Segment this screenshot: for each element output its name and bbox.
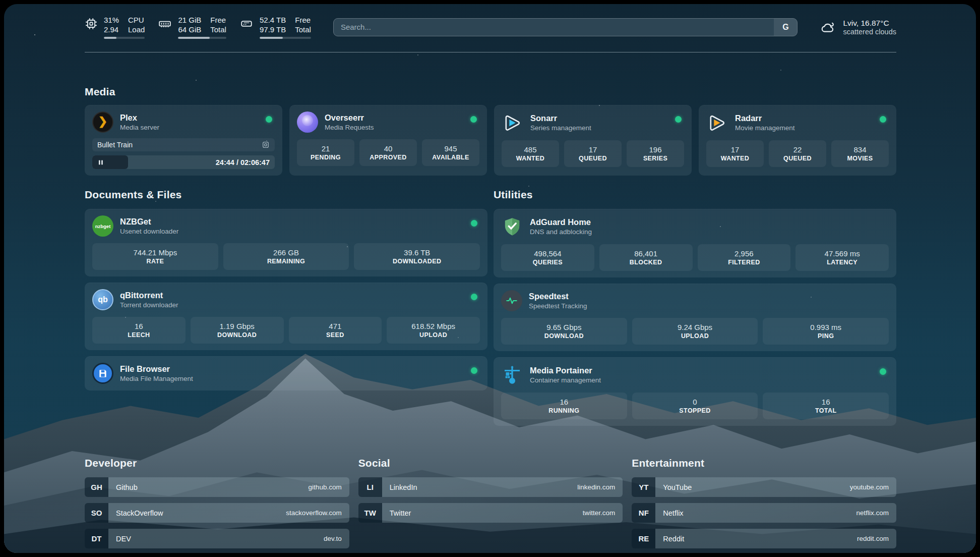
filebrowser-icon — [92, 363, 113, 384]
stat-box: 618.52 MbpsUPLOAD — [387, 317, 480, 344]
stat-value: 39.6 TB — [404, 248, 430, 257]
link-twitter[interactable]: TW Twitter twitter.com — [358, 503, 623, 523]
search-engine-button[interactable]: G — [774, 19, 797, 36]
plex-player-bar[interactable]: 24:44 / 02:06:47 — [92, 155, 275, 169]
link-url: linkedin.com — [577, 483, 615, 491]
stat-value: 22 — [793, 145, 802, 154]
stat-value: 16 — [560, 397, 568, 407]
app-card-qbittorrent[interactable]: qb qBittorrent Torrent downloader 16LEEC… — [85, 283, 487, 350]
snow-specks — [34, 34, 35, 35]
stat-label: FILTERED — [728, 258, 760, 267]
stat-value: 471 — [329, 321, 341, 331]
link-url: github.com — [309, 483, 342, 491]
social-section: Social LI LinkedIn linkedin.com TW Twitt… — [358, 457, 623, 523]
stat-box: 744.21 MbpsRATE — [92, 243, 218, 270]
app-card-plex[interactable]: ❯ Plex Media server Bullet Train — [85, 105, 282, 176]
stat-label: PING — [818, 332, 834, 341]
link-youtube[interactable]: YT YouTube youtube.com — [632, 477, 896, 497]
link-name: YouTube — [663, 483, 692, 491]
stat-value: 17 — [731, 145, 740, 154]
link-abbr: LI — [358, 477, 382, 497]
app-name: Speedtest — [529, 291, 587, 302]
link-name: Twitter — [390, 509, 411, 517]
link-stackoverflow[interactable]: SO StackOverflow stackoverflow.com — [85, 503, 349, 523]
stat-box: 16TOTAL — [763, 393, 889, 419]
plex-progress-fill — [92, 155, 128, 169]
app-card-portainer[interactable]: Media Portainer Container management 16R… — [494, 357, 896, 426]
plex-icon: ❯ — [92, 112, 113, 133]
app-card-radarr[interactable]: Radarr Movie management 17WANTED 22QUEUE… — [699, 105, 896, 176]
app-subtitle: Torrent downloader — [120, 301, 178, 310]
status-dot — [470, 116, 477, 123]
stat-value: 0.993 ms — [810, 322, 841, 332]
stat-box: 21PENDING — [297, 139, 354, 166]
stat-value: 16 — [822, 397, 830, 407]
stat-label: TOTAL — [815, 407, 837, 415]
ram-label-bottom: Total — [210, 25, 226, 34]
stat-label: WANTED — [721, 154, 750, 163]
ram-free: 21 GiB — [178, 15, 201, 25]
stat-box: 1.19 GbpsDOWNLOAD — [191, 317, 284, 344]
top-bar: 31% 2.94 CPU Load — [85, 15, 896, 39]
radarr-icon — [706, 112, 728, 134]
stat-box: 40APPROVED — [359, 139, 417, 166]
ram-icon — [158, 17, 172, 30]
app-card-filebrowser[interactable]: File Browser Media File Management — [85, 356, 487, 391]
stat-label: STOPPED — [679, 407, 710, 415]
stat-box: 17WANTED — [706, 140, 764, 167]
memory-monitor: 21 GiB 64 GiB Free Total — [158, 15, 226, 39]
stat-box: 266 GBREMAINING — [223, 243, 349, 270]
stat-label: WANTED — [516, 154, 545, 163]
search-input[interactable] — [334, 19, 774, 36]
app-card-speedtest[interactable]: Speedtest Speedtest Tracking 9.65 GbpsDO… — [494, 284, 896, 351]
stat-value: 618.52 Mbps — [411, 321, 455, 331]
link-netflix[interactable]: NF Netflix netflix.com — [632, 503, 896, 523]
storage-total: 97.9 TB — [260, 25, 286, 34]
status-dot — [675, 116, 682, 123]
stat-value: 9.24 Gbps — [678, 322, 712, 332]
stat-box: 16RUNNING — [501, 393, 627, 419]
weather-widget[interactable]: Lviv, 16.87°C scattered clouds — [819, 19, 896, 36]
stat-label: SERIES — [643, 154, 667, 163]
stat-label: DOWNLOADED — [393, 257, 441, 266]
stat-label: SEED — [326, 331, 344, 340]
media-type-icon — [262, 141, 270, 149]
storage-progress-fill — [260, 37, 283, 39]
app-name: Overseerr — [325, 113, 374, 123]
dashboard-screen: 31% 2.94 CPU Load — [0, 0, 980, 557]
stat-value: 17 — [589, 145, 597, 154]
stat-value: 16 — [135, 321, 143, 331]
link-dev[interactable]: DT DEV dev.to — [85, 529, 349, 548]
section-title-documents: Documents & Files — [85, 189, 487, 201]
app-subtitle: Media Requests — [325, 123, 374, 132]
app-card-nzbget[interactable]: nzbget NZBGet Usenet downloader 744.21 M… — [85, 209, 487, 276]
pause-icon[interactable] — [98, 159, 104, 165]
qbittorrent-icon: qb — [92, 289, 113, 310]
app-card-overseerr[interactable]: Overseerr Media Requests 21PENDING 40APP… — [289, 105, 487, 176]
status-dot — [266, 116, 272, 123]
link-reddit[interactable]: RE Reddit reddit.com — [632, 529, 896, 548]
overseerr-icon — [297, 112, 318, 133]
app-subtitle: Container management — [530, 376, 601, 385]
stat-value: 196 — [649, 145, 661, 154]
section-title-utilities: Utilities — [494, 189, 896, 201]
link-url: stackoverflow.com — [286, 509, 341, 517]
stat-label: APPROVED — [370, 153, 406, 162]
link-github[interactable]: GH Github github.com — [85, 477, 349, 497]
stat-label: PENDING — [311, 153, 341, 162]
cpu-percent: 31% — [104, 15, 119, 25]
stat-label: BLOCKED — [630, 258, 662, 267]
app-card-adguard[interactable]: AdGuard Home DNS and adblocking 498,564Q… — [494, 209, 896, 277]
link-linkedin[interactable]: LI LinkedIn linkedin.com — [358, 477, 623, 497]
cpu-label-top: CPU — [128, 15, 145, 25]
section-title-entertainment: Entertainment — [632, 457, 896, 469]
stat-box: 9.65 GbpsDOWNLOAD — [501, 318, 627, 345]
stat-label: DOWNLOAD — [544, 332, 584, 341]
link-url: reddit.com — [857, 535, 889, 542]
link-url: dev.to — [324, 535, 342, 542]
link-url: youtube.com — [850, 483, 889, 491]
sonarr-icon — [502, 112, 524, 134]
app-card-sonarr[interactable]: Sonarr Series management 485WANTED 17QUE… — [494, 105, 692, 176]
adguard-icon — [501, 215, 523, 238]
weather-location-temp: Lviv, 16.87°C — [843, 19, 896, 28]
